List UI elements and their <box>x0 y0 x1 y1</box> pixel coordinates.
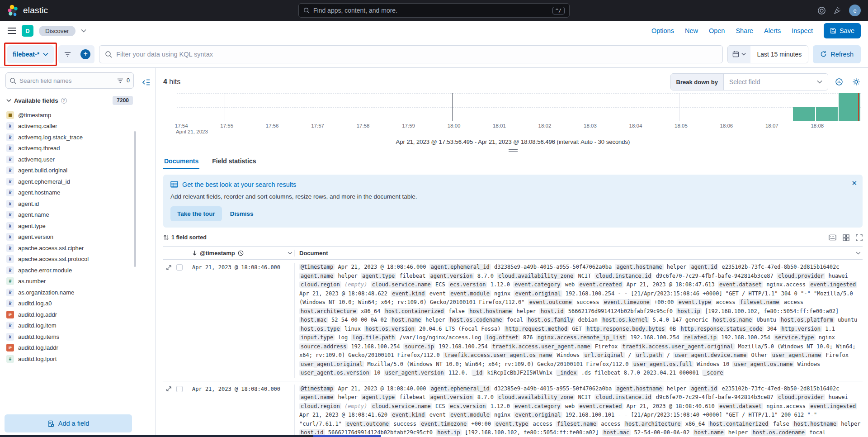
close-icon[interactable]: ✕ <box>851 179 857 187</box>
doc-field-name: host.os.codename <box>751 429 806 436</box>
kql-query-input[interactable] <box>116 51 717 58</box>
sort-fields-button[interactable]: 1 field sorted <box>163 234 207 241</box>
add-field-button[interactable]: Add a field <box>5 414 132 432</box>
histogram-bar[interactable] <box>816 107 838 121</box>
doc-field-value: e235102b-73fc-47ed-8b50-2d815b16402c <box>722 264 839 270</box>
add-filter-button[interactable]: + <box>76 45 94 63</box>
resize-handle[interactable] <box>509 148 518 152</box>
doc-field-name: log.offset <box>484 334 519 341</box>
field-item[interactable]: kagent.name <box>5 209 134 221</box>
field-name: agent.type <box>18 223 46 229</box>
hits-histogram[interactable]: 2 1 0 17:54April 21, 202317:5517:5617:57… <box>177 93 861 136</box>
histogram-bar[interactable] <box>793 107 815 121</box>
field-item[interactable]: kapache.error.module <box>5 265 134 276</box>
doc-field-name: traefik.access.user_agent.original <box>621 343 735 350</box>
field-item[interactable]: kauditd.log.items <box>5 331 134 342</box>
field-item[interactable]: kas.organization.name <box>5 287 134 298</box>
field-item[interactable]: kauditd.log.item <box>5 320 134 332</box>
date-field-icon: ▦ <box>6 111 14 119</box>
field-item[interactable]: #as.number <box>5 276 134 287</box>
breakdown-select[interactable]: Select field <box>724 74 828 90</box>
tour-callout: Get the best look at your search results… <box>163 175 863 228</box>
histogram-bar[interactable] <box>839 93 860 121</box>
row-checkbox[interactable] <box>176 386 183 392</box>
field-filter-icon[interactable] <box>117 78 123 83</box>
refresh-button[interactable]: Refresh <box>813 45 861 63</box>
field-item[interactable]: kapache.access.ssl.protocol <box>5 254 134 265</box>
field-item[interactable]: ▦@timestamp <box>5 109 134 121</box>
density-icon[interactable] <box>829 234 836 241</box>
nav-link-inspect[interactable]: Inspect <box>792 27 813 34</box>
nav-link-open[interactable]: Open <box>709 27 725 34</box>
data-view-picker[interactable]: filebeat-* <box>7 45 54 63</box>
tab-documents[interactable]: Documents <box>163 153 199 169</box>
doc-field-name: agent.hostname <box>615 264 663 270</box>
doc-field-name: host.os.codename <box>448 317 504 323</box>
breadcrumb[interactable]: Discover <box>39 26 75 36</box>
nav-link-share[interactable]: Share <box>736 27 753 34</box>
field-item[interactable]: kagent.build.original <box>5 165 134 176</box>
chart-options-icon[interactable] <box>833 76 845 88</box>
doc-field-value: .ds-filebeat-8.7.0-2023.04.21-000001 <box>581 370 699 376</box>
field-item[interactable]: kagent.id <box>5 198 134 209</box>
save-icon <box>830 28 836 34</box>
field-item[interactable]: kapache.access.ssl.cipher <box>5 242 134 254</box>
doc-field-name: @timestamp <box>299 264 335 270</box>
column-menu-icon[interactable] <box>288 252 292 255</box>
field-item[interactable]: kagent.version <box>5 232 134 243</box>
field-name: as.number <box>18 278 46 285</box>
grid-view-icon[interactable] <box>843 234 849 241</box>
column-menu-icon[interactable] <box>856 252 861 255</box>
field-item[interactable]: kagent.hostname <box>5 187 134 199</box>
document-column-header[interactable]: Document <box>294 250 863 256</box>
user-avatar[interactable]: e <box>849 5 861 16</box>
field-item[interactable]: IPauditd.log.addr <box>5 309 134 320</box>
global-search[interactable]: ^/ <box>298 3 570 18</box>
filter-icon[interactable] <box>58 45 76 63</box>
row-checkbox[interactable] <box>176 264 183 271</box>
nav-link-options[interactable]: Options <box>651 27 674 34</box>
field-item[interactable]: IPauditd.log.laddr <box>5 342 134 354</box>
dismiss-button[interactable]: Dismiss <box>230 210 254 217</box>
field-item[interactable]: kactivemq.thread <box>5 143 134 154</box>
time-range-button[interactable]: Last 15 minutes <box>750 46 808 63</box>
field-item[interactable]: kactivemq.caller <box>5 121 134 132</box>
available-fields-header[interactable]: Available fields ? <box>6 97 67 104</box>
doc-field-name: event.ingested <box>809 403 857 409</box>
field-name: agent.build.original <box>18 167 67 174</box>
elastic-logo[interactable]: elastic <box>7 5 48 16</box>
calendar-menu-button[interactable] <box>728 46 750 63</box>
nav-link-new[interactable]: New <box>685 27 698 34</box>
global-search-input[interactable] <box>313 7 549 14</box>
menu-icon[interactable] <box>7 27 16 34</box>
sidebar-scrollbar[interactable] <box>134 131 136 267</box>
field-item[interactable]: kagent.ephemeral_id <box>5 176 134 187</box>
field-item[interactable]: #auditd.log.lport <box>5 353 134 365</box>
search-shortcut-hint: ^/ <box>552 7 565 14</box>
callout-title[interactable]: Get the best look at your search results <box>182 181 296 188</box>
field-item[interactable]: kauditd.log.a0 <box>5 298 134 309</box>
x-axis-tick: 17:57 <box>311 123 324 128</box>
gear-icon[interactable] <box>850 76 863 88</box>
expand-document-icon[interactable] <box>166 386 172 392</box>
chevron-down-icon[interactable] <box>81 29 86 33</box>
expand-document-icon[interactable] <box>166 265 172 271</box>
field-item[interactable]: kagent.type <box>5 220 134 232</box>
help-icon[interactable] <box>817 6 826 15</box>
fullscreen-icon[interactable] <box>856 234 863 241</box>
field-item[interactable]: kactivemq.log.stack_trace <box>5 132 134 143</box>
field-search-input[interactable] <box>19 77 114 84</box>
doc-field-name: user_agent.name <box>771 352 822 358</box>
nav-link-alerts[interactable]: Alerts <box>764 27 781 34</box>
tab-field-statistics[interactable]: Field statistics <box>211 153 257 169</box>
timestamp-column-header[interactable]: @timestamp <box>192 250 294 256</box>
field-item[interactable]: kactivemq.user <box>5 154 134 165</box>
doc-field-value: 1.12.0 <box>491 403 510 409</box>
collapse-sidebar-icon[interactable] <box>142 79 150 86</box>
x-axis-tick: 17:58 <box>357 123 370 128</box>
save-button[interactable]: Save <box>824 23 861 38</box>
newsfeed-icon[interactable] <box>833 6 842 15</box>
take-tour-button[interactable]: Take the tour <box>170 206 222 221</box>
doc-field-value: GET <box>572 326 582 332</box>
callout-body: Add relevant fields, reorder and sort co… <box>170 193 855 200</box>
